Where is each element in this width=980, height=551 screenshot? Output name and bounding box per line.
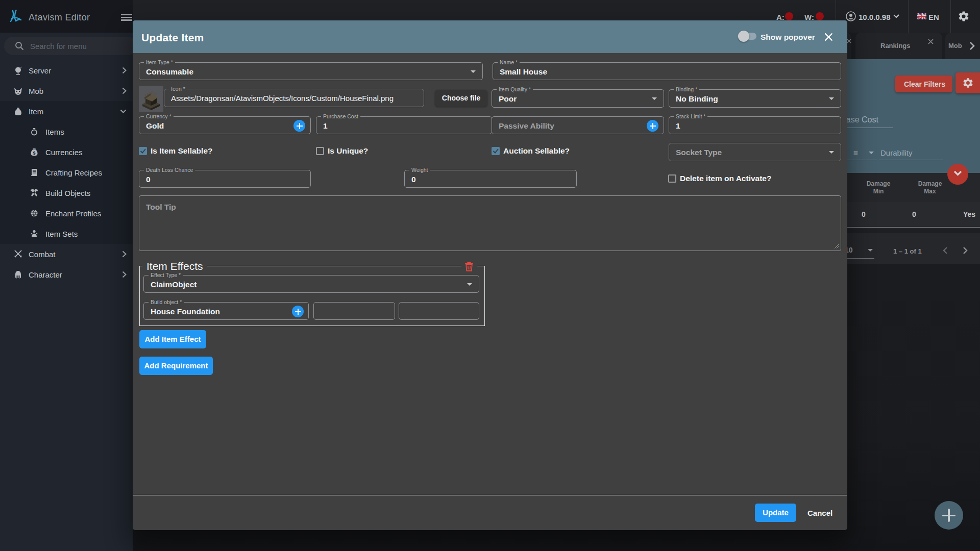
svg-text:$: $ (33, 151, 35, 156)
